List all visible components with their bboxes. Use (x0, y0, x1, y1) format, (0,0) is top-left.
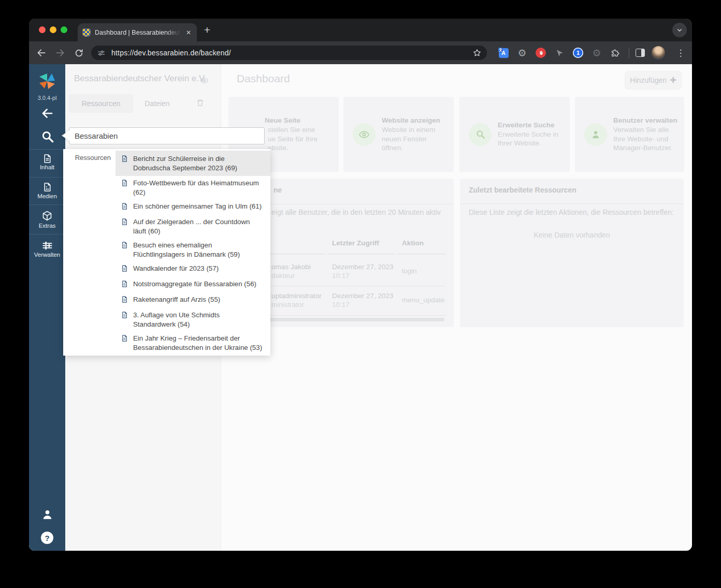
tab-dateien[interactable]: Dateien (133, 94, 181, 113)
document-icon (121, 280, 129, 290)
site-favicon-icon (82, 28, 91, 37)
card-title: Website anzeigen (382, 116, 446, 125)
sidebar-item-inhalt[interactable] (29, 153, 65, 164)
site-title: Bessarabiendeutscher Verein e.V. (74, 74, 207, 84)
document-icon (121, 218, 129, 228)
sidebar-item-label[interactable]: Verwalten (29, 252, 65, 258)
last-access-time: 10:17 (332, 301, 350, 308)
search-result[interactable]: Wandkalender für 2023 (57) (116, 261, 270, 277)
document-icon (121, 296, 129, 305)
card-erweiterte-suche[interactable]: Erweiterte Suche Erweiterte Suche in Ihr… (459, 97, 570, 172)
user-icon (41, 508, 54, 521)
preview-eye-icon[interactable] (200, 76, 209, 87)
site-info-icon[interactable] (96, 48, 106, 58)
sidebar-item-label[interactable]: Extras (29, 223, 65, 229)
page-title: Dashboard (237, 72, 290, 85)
app-logo-icon[interactable] (38, 72, 56, 91)
sidebar-item-label[interactable]: Medien (29, 193, 65, 199)
url-text[interactable]: https://dev.bessarabien.de/backend/ (111, 49, 231, 57)
search-input[interactable] (69, 127, 265, 144)
last-access-date: Dezember 27, 2023 (332, 292, 394, 300)
search-result[interactable]: Ein Jahr Krieg – Friedensarbeit der Bess… (116, 331, 270, 355)
browser-tab[interactable]: Dashboard | Bessarabiendeut ✕ (78, 23, 197, 41)
browser-tabstrip: Dashboard | Bessarabiendeut ✕ + (29, 19, 692, 41)
search-results-dropdown: Ressourcen Bericht zur Schülerreise in d… (63, 149, 270, 356)
browser-menu-button[interactable]: ⋮ (674, 47, 687, 59)
document-icon (121, 241, 129, 251)
panel-description: Diese Liste zeigt die letzten Aktionen, … (469, 208, 674, 216)
panel-title: Zuletzt bearbeitete Ressourcen (469, 186, 576, 194)
extensions-puzzle-icon[interactable] (609, 47, 622, 59)
tab-close-icon[interactable]: ✕ (185, 28, 192, 37)
sidebar-item-medien[interactable] (29, 182, 65, 193)
reload-button[interactable] (73, 47, 85, 59)
collapse-back-button[interactable] (29, 107, 65, 120)
last-access-date: Dezember 27, 2023 (332, 263, 394, 271)
document-icon (121, 264, 129, 274)
account-button[interactable] (29, 508, 65, 521)
user-action: menu_update (402, 296, 445, 304)
help-button[interactable]: ? (29, 532, 65, 544)
bookmark-star-icon[interactable] (472, 48, 482, 57)
search-result[interactable]: Auf der Zielgeraden ... der Countdown lä… (116, 215, 270, 238)
desktop: Dashboard | Bessarabiendeut ✕ + https://… (0, 0, 721, 588)
back-arrow-icon (41, 107, 53, 120)
user-role-fragment: ministrator (271, 301, 304, 308)
settings-extension-icon[interactable]: ⚙ (516, 47, 528, 59)
panel-description-fragment: eigt alle Benutzer, die in den letzten 2… (271, 208, 441, 216)
search-icon (40, 129, 54, 143)
card-body-fragment: stellen Sie eine (268, 125, 318, 135)
sidebar-item-extras[interactable] (29, 210, 65, 222)
minimize-window-button[interactable] (50, 26, 56, 33)
column-header: Letzter Zugriff (332, 239, 379, 247)
user-name-fragment: uptadministrator (271, 292, 322, 300)
last-access-time: 10:17 (332, 272, 350, 280)
card-title: Benutzer verwalten (613, 116, 677, 125)
sidebar-search-button[interactable] (29, 129, 65, 143)
zoom-window-button[interactable] (61, 26, 67, 33)
search-result[interactable]: Notstromaggregate für Bessarabien (56) (116, 277, 270, 292)
card-website-anzeigen[interactable]: Website anzeigen Website in einem neuen … (343, 97, 454, 172)
window-controls (39, 26, 67, 33)
search-result[interactable]: 3. Auflage von Ute Schmidts Standardwerk… (116, 308, 270, 331)
chevron-down-icon (675, 26, 684, 34)
toolbar-separator (629, 48, 629, 58)
tab-search-button[interactable] (672, 23, 687, 37)
user-name-fragment: omas Jakobi (271, 263, 311, 271)
card-title: Erweiterte Suche (498, 121, 562, 130)
address-bar[interactable]: https://dev.bessarabien.de/backend/ (91, 46, 487, 60)
document-icon (42, 153, 53, 164)
sidebar-item-label[interactable]: Inhalt (29, 164, 65, 170)
translate-extension-icon[interactable]: A文 (497, 47, 510, 59)
add-button[interactable]: Hinzufügen ✚ (625, 71, 682, 90)
document-icon (121, 334, 129, 344)
search-result[interactable]: Bericht zur Schülerreise in die Dobrudsc… (116, 151, 270, 176)
panel-title-fragment: ne (273, 186, 282, 194)
browser-window: Dashboard | Bessarabiendeut ✕ + https://… (29, 19, 692, 551)
forward-button[interactable] (54, 47, 66, 59)
sidebar-item-verwalten[interactable] (29, 240, 65, 252)
cube-icon (41, 210, 53, 222)
search-result[interactable]: Besuch eines ehemaligen Flüchtlingslager… (116, 238, 270, 261)
search-result[interactable]: Raketenangriff auf Arzis (55) (116, 292, 270, 308)
cursor-extension-icon[interactable] (553, 47, 566, 59)
user-role-fragment: dakteur (271, 272, 295, 280)
close-window-button[interactable] (39, 26, 46, 33)
profile-avatar[interactable] (652, 46, 665, 60)
tab-ressourcen[interactable]: Ressourcen (69, 94, 133, 113)
onepassword-extension-icon[interactable]: 1 (572, 47, 584, 59)
trash-icon[interactable] (196, 98, 205, 109)
empty-state-text: Keine Daten vorhanden (460, 231, 684, 239)
search-result[interactable]: Ein schöner gemeinsamer Tag in Ulm (61) (116, 199, 270, 215)
side-panel-button[interactable] (634, 47, 646, 59)
plus-icon: ✚ (670, 76, 676, 85)
search-icon (469, 123, 492, 146)
card-benutzer-verwalten[interactable]: Benutzer verwalten Verwalten Sie alle Ih… (575, 97, 684, 172)
search-popover-arrow (62, 130, 69, 141)
inactive-extension-icon[interactable]: ⚙ (590, 47, 603, 59)
new-tab-button[interactable]: + (201, 24, 213, 36)
adblock-extension-icon[interactable] (535, 47, 547, 59)
back-button[interactable] (35, 47, 48, 59)
search-result[interactable]: Foto-Wettbewerb für das Heimatmuseum (62… (116, 176, 270, 199)
browser-toolbar: https://dev.bessarabien.de/backend/ A文 ⚙… (29, 41, 692, 64)
